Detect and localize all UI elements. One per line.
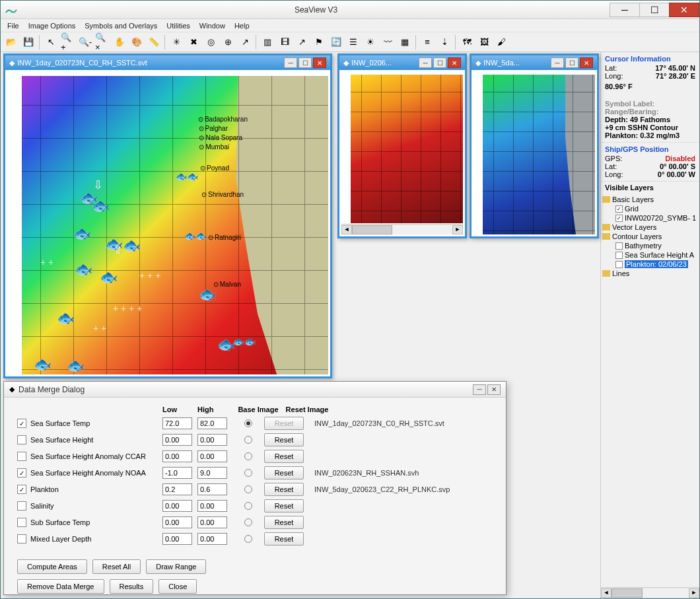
toolbar-palette-button[interactable]: 🎨 (129, 34, 145, 50)
menu-window[interactable]: Window (195, 20, 229, 31)
scroll-left-button[interactable]: ◄ (601, 588, 612, 598)
toolbar-wave-button[interactable]: 〰 (380, 34, 396, 50)
tree-item-plankton[interactable]: Plankton: 02/06/23 (602, 260, 698, 269)
low-input[interactable] (162, 434, 192, 446)
toolbar-zoom-in-button[interactable]: 🔍+ (60, 34, 76, 50)
minimize-button[interactable]: ─ (610, 3, 640, 17)
tree-item-symb[interactable]: ✓INW020720_SYMB- 1 (602, 213, 698, 223)
menu-image-options[interactable]: Image Options (24, 20, 80, 31)
tree-item-grid[interactable]: ✓Grid (602, 204, 698, 213)
row-checkbox[interactable]: ✓ (17, 468, 26, 477)
high-input[interactable] (197, 516, 227, 528)
toolbar-chart-button[interactable]: 🗺 (459, 34, 475, 50)
toolbar-pointer-button[interactable]: ↖ (43, 34, 59, 50)
subwin-close-button[interactable]: ✕ (313, 57, 326, 68)
base-radio[interactable] (244, 535, 252, 543)
map-canvas-b[interactable] (341, 72, 463, 223)
scrollbar-horizontal[interactable]: ◄ ► (341, 224, 463, 234)
base-radio[interactable] (244, 436, 252, 444)
subwin-minimize-button[interactable]: ─ (419, 57, 432, 68)
toolbar-globe-refresh-button[interactable]: 🔄 (328, 34, 344, 50)
dialog-close-button[interactable]: ✕ (487, 384, 501, 395)
low-input[interactable] (162, 500, 192, 512)
toolbar-target3-button[interactable]: ◎ (203, 34, 219, 50)
row-checkbox[interactable] (17, 534, 26, 544)
reset-button[interactable]: Reset (264, 466, 304, 479)
toolbar-pan-button[interactable]: ✋ (112, 34, 127, 50)
toolbar-grid-button[interactable]: ▦ (397, 34, 413, 50)
low-input[interactable] (162, 450, 192, 462)
toolbar-target2-button[interactable]: ✖ (186, 34, 201, 50)
reset-button[interactable]: Reset (264, 433, 304, 446)
scroll-thumb[interactable] (612, 588, 643, 598)
high-input[interactable] (197, 483, 227, 495)
base-radio[interactable] (244, 502, 252, 510)
toolbar-save-button[interactable]: 💾 (20, 34, 36, 50)
toolbar-picture-button[interactable]: 🖼 (476, 34, 492, 50)
menu-utilities[interactable]: Utilities (162, 20, 193, 31)
menu-symbols-overlays[interactable]: Symbols and Overlays (81, 20, 161, 31)
compute-areas-button[interactable]: Compute Areas (17, 559, 87, 574)
scroll-left-button[interactable]: ◄ (341, 225, 352, 234)
map-window-b-titlebar[interactable]: ◆ INW_0206... ─ ☐ ✕ (339, 55, 465, 70)
low-input[interactable] (162, 417, 192, 429)
toolbar-paint-layer-button[interactable]: 🖌 (493, 34, 509, 50)
scroll-track[interactable] (612, 588, 689, 598)
reset-button[interactable]: Reset (264, 532, 304, 546)
results-button[interactable]: Results (110, 579, 154, 594)
low-input[interactable] (162, 467, 192, 479)
subwin-minimize-button[interactable]: ─ (551, 57, 564, 68)
tree-folder-lines[interactable]: Lines (602, 269, 698, 278)
tree-item-bathy[interactable]: Bathymetry (602, 241, 698, 250)
low-input[interactable] (162, 483, 192, 495)
tree-item-ssh[interactable]: Sea Surface Height A (602, 250, 698, 260)
row-checkbox[interactable]: ✓ (17, 419, 26, 428)
high-input[interactable] (197, 467, 227, 479)
toolbar-target4-button[interactable]: ⊕ (220, 34, 236, 50)
map-canvas-c[interactable] (473, 72, 595, 234)
checkbox-icon[interactable] (615, 261, 623, 268)
row-checkbox[interactable]: ✓ (17, 485, 26, 494)
subwin-maximize-button[interactable]: ☐ (298, 57, 312, 68)
toolbar-open-button[interactable]: 📂 (3, 34, 19, 50)
reset-button[interactable]: Reset (264, 499, 304, 512)
high-input[interactable] (197, 434, 227, 446)
menu-help[interactable]: Help (230, 20, 254, 31)
map-window-main-titlebar[interactable]: ◆ INW_1day_020723N_C0_RH_SSTC.svt ─ ☐ ✕ (5, 55, 330, 70)
remove-data-merge-button[interactable]: Remove Data Merge (17, 579, 104, 594)
base-radio[interactable] (244, 518, 252, 526)
base-radio[interactable] (244, 485, 252, 493)
checkbox-icon[interactable]: ✓ (615, 215, 623, 222)
menu-file[interactable]: File (3, 20, 23, 31)
low-input[interactable] (162, 516, 192, 528)
scroll-thumb[interactable] (352, 225, 392, 234)
reset-button[interactable]: Reset (264, 483, 304, 496)
row-checkbox[interactable] (17, 518, 26, 527)
tree-folder-vector[interactable]: Vector Layers (602, 223, 698, 232)
toolbar-path-button[interactable]: ↗ (237, 34, 253, 50)
map-window-main[interactable]: ◆ INW_1day_020723N_C0_RH_SSTC.svt ─ ☐ ✕ … (3, 53, 332, 378)
scroll-track[interactable] (352, 225, 452, 234)
checkbox-icon[interactable] (615, 242, 623, 250)
row-checkbox[interactable] (17, 452, 26, 461)
close-button[interactable]: ✕ (669, 3, 699, 17)
toolbar-ruler-button[interactable]: 📏 (146, 34, 162, 50)
map-window-c-titlebar[interactable]: ◆ INW_5da... ─ ☐ ✕ (472, 55, 597, 70)
subwin-minimize-button[interactable]: ─ (284, 57, 297, 68)
high-input[interactable] (197, 500, 227, 512)
base-radio[interactable] (244, 469, 252, 477)
reset-button[interactable]: Reset (264, 516, 304, 529)
tree-folder-contour[interactable]: Contour Layers (602, 232, 698, 241)
dialog-minimize-button[interactable]: ─ (473, 384, 486, 395)
toolbar-anchor-down-button[interactable]: ⇣ (437, 34, 452, 50)
toolbar-sun-button[interactable]: ☀ (363, 34, 378, 50)
map-window-c[interactable]: ◆ INW_5da... ─ ☐ ✕ (470, 53, 599, 238)
map-window-b[interactable]: ◆ INW_0206... ─ ☐ ✕ ◄ ► (337, 53, 467, 238)
toolbar-arrow-up-button[interactable]: ↗ (294, 34, 310, 50)
reset-button[interactable]: Reset (264, 450, 304, 463)
subwin-maximize-button[interactable]: ☐ (433, 57, 446, 68)
maximize-button[interactable]: ☐ (639, 3, 670, 17)
checkbox-icon[interactable] (615, 252, 623, 259)
base-radio[interactable] (244, 452, 252, 460)
row-checkbox[interactable] (17, 435, 26, 444)
